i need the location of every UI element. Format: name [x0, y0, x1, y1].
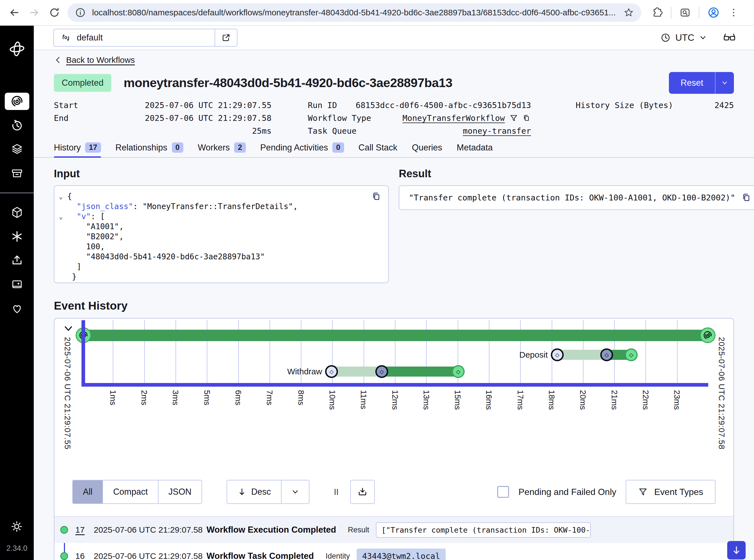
pending-failed-only-checkbox[interactable] [497, 486, 509, 498]
timeline-tick-label: 10ms [328, 390, 337, 410]
tab-label: Relationships [116, 143, 167, 153]
workflow-end-marker[interactable] [700, 327, 715, 343]
browser-address-bar[interactable]: localhost:8080/namespaces/default/workfl… [67, 3, 641, 22]
bookmark-star-icon[interactable] [624, 7, 634, 18]
detail-row: End2025-07-06 UTC 21:29:07.58 [54, 112, 271, 124]
details-col3: History Size (Bytes)2425 [576, 99, 734, 137]
sort-desc-button[interactable]: Desc [227, 480, 281, 503]
event-status-dot-icon [60, 526, 68, 534]
sidebar-item-feedback[interactable] [5, 300, 29, 317]
back-to-workflows-link[interactable]: Back to Workflows [54, 55, 135, 65]
tab-workers[interactable]: Workers2 [198, 142, 246, 157]
collapse-chevron [55, 252, 67, 262]
activity-scheduled-marker[interactable]: ◇ [551, 348, 564, 361]
tab-history[interactable]: History17 [54, 142, 101, 157]
browser-back-icon[interactable] [8, 7, 20, 18]
tab-pending-activities[interactable]: Pending Activities0 [260, 142, 344, 157]
site-info-icon[interactable] [75, 7, 86, 18]
scroll-to-bottom-button[interactable] [727, 541, 746, 559]
tab-count-badge: 0 [332, 142, 344, 153]
profile-avatar-icon[interactable] [707, 6, 720, 19]
detail-value[interactable]: MoneyTransferWorkflow [402, 113, 505, 123]
sidebar-item-batch-operations[interactable] [5, 141, 29, 158]
reset-button[interactable]: Reset [669, 72, 715, 94]
activity-started-marker[interactable]: ◇ [375, 365, 388, 378]
workflow-execution-bar[interactable] [83, 330, 708, 341]
copy-icon[interactable] [741, 192, 752, 203]
activity-pending-segment[interactable] [557, 350, 607, 360]
collapse-chevron [55, 232, 67, 242]
namespace-external-link-icon[interactable] [215, 29, 237, 46]
tab-count-badge: 17 [85, 142, 101, 153]
event-types-label: Event Types [654, 487, 703, 497]
namespace-selector-main[interactable]: default [54, 29, 215, 46]
tab-call-stack[interactable]: Call Stack [359, 142, 398, 157]
sidebar-item-nexus[interactable] [5, 228, 29, 245]
download-history-button[interactable] [350, 480, 375, 504]
temporal-logo-icon[interactable] [9, 41, 25, 57]
schedules-icon [11, 119, 23, 132]
tab-queries[interactable]: Queries [412, 142, 442, 157]
sidebar-item-workflows[interactable] [5, 93, 29, 110]
filter-funnel-icon [638, 487, 648, 497]
activity-scheduled-marker[interactable]: ◇ [325, 365, 338, 378]
json-text: "v": [ [67, 212, 105, 222]
copy-icon[interactable] [371, 191, 382, 202]
timeline-tick-label: 5ms [202, 390, 211, 405]
activity-started-marker[interactable]: ◇ [600, 348, 613, 361]
activity-active-segment[interactable] [382, 366, 458, 377]
view-mode-all[interactable]: All [73, 480, 102, 503]
tab-relationships[interactable]: Relationships0 [116, 142, 183, 157]
event-types-filter-button[interactable]: Event Types [626, 480, 715, 504]
namespace-selector[interactable]: default [53, 29, 238, 47]
reset-dropdown-chevron-icon[interactable] [715, 72, 734, 94]
theme-toggle-sun-icon[interactable] [10, 520, 23, 533]
event-row[interactable]: 172025-07-06 UTC 21:29:07.58Workflow Exe… [55, 517, 733, 543]
timeline-tick-label: 6ms [233, 390, 243, 405]
browser-reload-icon[interactable] [48, 7, 60, 18]
input-json-panel: ⌄{ "json_class": "MoneyTransfer::Transfe… [54, 185, 389, 283]
detail-right: 2025-07-06 UTC 21:29:07.58 [145, 113, 271, 123]
workflow-details: Start2025-07-06 UTC 21:29:07.55End2025-0… [54, 99, 734, 137]
labs-glasses-icon[interactable] [723, 31, 736, 44]
sidebar-item-archive[interactable] [5, 165, 29, 182]
tab-metadata[interactable]: Metadata [457, 142, 493, 157]
timeline-collapse-chevron-icon[interactable] [62, 322, 75, 335]
tab-label: Workers [198, 143, 230, 153]
event-id-link[interactable]: 16 [75, 551, 94, 560]
collapse-chevron[interactable]: ⌄ [55, 212, 67, 222]
activity-completed-marker[interactable]: ◇ [452, 365, 465, 378]
event-id-link[interactable]: 17 [75, 525, 94, 535]
sidebar-item-docs[interactable] [5, 276, 29, 293]
timeline-tick-label: 11ms [359, 390, 368, 409]
collapse-chevron[interactable]: ⌄ [55, 192, 67, 202]
detail-value[interactable]: money-transfer [463, 126, 531, 136]
view-mode-json[interactable]: JSON [158, 480, 202, 503]
back-link-label: Back to Workflows [66, 55, 135, 65]
copy-icon[interactable] [522, 114, 531, 123]
timezone-selector[interactable]: UTC [660, 33, 707, 43]
reset-split-button: Reset [669, 72, 734, 94]
filter-icon[interactable] [509, 114, 518, 123]
sort-dropdown-chevron-icon[interactable] [281, 480, 309, 503]
event-row[interactable]: 162025-07-06 UTC 21:29:07.58Workflow Tas… [55, 543, 733, 560]
browser-menu-icon[interactable] [728, 7, 739, 18]
pause-button[interactable] [326, 480, 346, 504]
activity-completed-marker[interactable]: ◇ [625, 348, 638, 361]
tab-search-icon[interactable] [679, 7, 691, 18]
timeline-tick-label: 8ms [297, 390, 306, 405]
tab-bar: History17Relationships0Workers2Pending A… [34, 142, 754, 158]
sidebar-group [0, 93, 34, 182]
view-mode-compact[interactable]: Compact [102, 480, 158, 503]
sidebar-item-schedules[interactable] [5, 117, 29, 134]
screen: localhost:8080/namespaces/default/workfl… [0, 0, 754, 560]
event-detail-label: Identity [326, 552, 350, 560]
extensions-icon[interactable] [651, 7, 663, 18]
detail-right: 68153dcc-d0f6-4500-afbc-c93651b75d13 [355, 100, 531, 110]
sidebar-item-namespaces[interactable] [5, 204, 29, 221]
sidebar-item-import-export[interactable] [5, 252, 29, 269]
details-col2: Run ID68153dcc-d0f6-4500-afbc-c93651b75d… [308, 99, 531, 137]
json-line: "A1001", [55, 222, 388, 232]
activity-pending-segment[interactable] [331, 366, 382, 377]
browser-forward-icon[interactable] [28, 7, 40, 18]
